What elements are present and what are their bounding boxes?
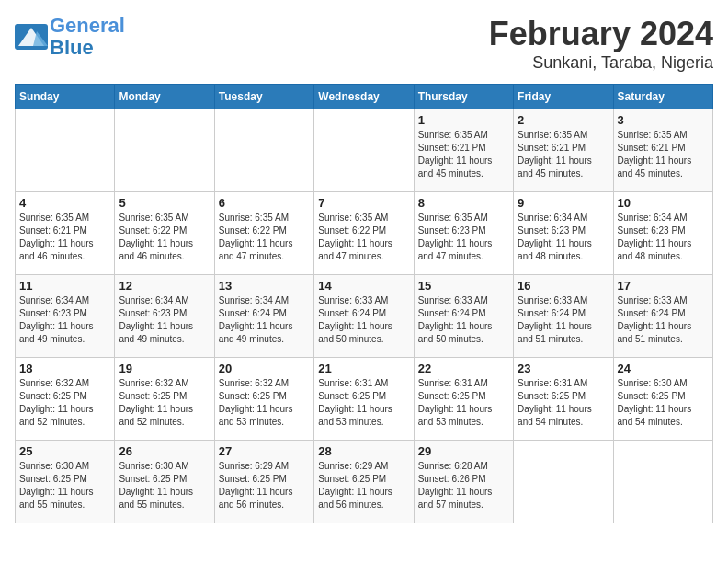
title-block: February 2024 Sunkani, Taraba, Nigeria bbox=[489, 15, 713, 73]
day-number: 15 bbox=[418, 279, 509, 293]
calendar-week-5: 25Sunrise: 6:30 AM Sunset: 6:25 PM Dayli… bbox=[16, 441, 713, 523]
day-info: Sunrise: 6:29 AM Sunset: 6:25 PM Dayligh… bbox=[318, 460, 409, 511]
day-info: Sunrise: 6:35 AM Sunset: 6:21 PM Dayligh… bbox=[518, 129, 609, 180]
calendar-cell: 14Sunrise: 6:33 AM Sunset: 6:24 PM Dayli… bbox=[314, 275, 414, 358]
day-header-thursday: Thursday bbox=[414, 85, 513, 109]
day-number: 16 bbox=[518, 279, 609, 293]
calendar-cell: 17Sunrise: 6:33 AM Sunset: 6:24 PM Dayli… bbox=[613, 275, 712, 358]
day-info: Sunrise: 6:34 AM Sunset: 6:23 PM Dayligh… bbox=[119, 294, 210, 346]
day-number: 23 bbox=[518, 362, 609, 375]
day-info: Sunrise: 6:28 AM Sunset: 6:26 PM Dayligh… bbox=[418, 460, 509, 511]
day-info: Sunrise: 6:35 AM Sunset: 6:21 PM Dayligh… bbox=[618, 129, 709, 180]
day-number: 14 bbox=[318, 279, 409, 293]
calendar-cell: 29Sunrise: 6:28 AM Sunset: 6:26 PM Dayli… bbox=[414, 441, 513, 523]
calendar-table: SundayMondayTuesdayWednesdayThursdayFrid… bbox=[15, 84, 713, 523]
day-header-tuesday: Tuesday bbox=[214, 85, 313, 109]
day-info: Sunrise: 6:31 AM Sunset: 6:25 PM Dayligh… bbox=[318, 377, 409, 429]
day-number: 6 bbox=[219, 196, 310, 210]
day-number: 27 bbox=[219, 444, 310, 458]
calendar-week-1: 1Sunrise: 6:35 AM Sunset: 6:21 PM Daylig… bbox=[16, 109, 713, 192]
day-header-sunday: Sunday bbox=[16, 85, 115, 109]
calendar-cell: 22Sunrise: 6:31 AM Sunset: 6:25 PM Dayli… bbox=[414, 358, 513, 441]
day-header-monday: Monday bbox=[115, 85, 214, 109]
calendar-cell: 10Sunrise: 6:34 AM Sunset: 6:23 PM Dayli… bbox=[613, 192, 712, 275]
day-info: Sunrise: 6:30 AM Sunset: 6:25 PM Dayligh… bbox=[19, 460, 110, 511]
calendar-week-2: 4Sunrise: 6:35 AM Sunset: 6:21 PM Daylig… bbox=[16, 192, 713, 275]
calendar-cell: 28Sunrise: 6:29 AM Sunset: 6:25 PM Dayli… bbox=[314, 441, 414, 523]
day-info: Sunrise: 6:35 AM Sunset: 6:22 PM Dayligh… bbox=[119, 212, 210, 263]
day-number: 4 bbox=[19, 196, 110, 210]
calendar-cell: 9Sunrise: 6:34 AM Sunset: 6:23 PM Daylig… bbox=[514, 192, 613, 275]
calendar-cell bbox=[115, 109, 214, 192]
calendar-cell: 2Sunrise: 6:35 AM Sunset: 6:21 PM Daylig… bbox=[514, 109, 613, 192]
day-number: 13 bbox=[219, 279, 310, 293]
calendar-cell: 16Sunrise: 6:33 AM Sunset: 6:24 PM Dayli… bbox=[514, 275, 613, 358]
day-number: 11 bbox=[19, 279, 110, 293]
day-info: Sunrise: 6:29 AM Sunset: 6:25 PM Dayligh… bbox=[219, 460, 310, 511]
day-number: 2 bbox=[518, 113, 609, 127]
day-header-saturday: Saturday bbox=[613, 85, 712, 109]
day-number: 19 bbox=[119, 362, 210, 375]
logo-line2: Blue bbox=[50, 36, 94, 59]
logo: General Blue bbox=[15, 15, 125, 59]
calendar-cell: 25Sunrise: 6:30 AM Sunset: 6:25 PM Dayli… bbox=[16, 441, 115, 523]
calendar-cell: 13Sunrise: 6:34 AM Sunset: 6:24 PM Dayli… bbox=[214, 275, 313, 358]
day-info: Sunrise: 6:34 AM Sunset: 6:24 PM Dayligh… bbox=[219, 294, 310, 346]
calendar-cell: 7Sunrise: 6:35 AM Sunset: 6:22 PM Daylig… bbox=[314, 192, 414, 275]
calendar-cell: 21Sunrise: 6:31 AM Sunset: 6:25 PM Dayli… bbox=[314, 358, 414, 441]
calendar-cell bbox=[16, 109, 115, 192]
day-number: 28 bbox=[318, 444, 409, 458]
calendar-cell bbox=[613, 441, 712, 523]
day-number: 29 bbox=[418, 444, 509, 458]
calendar-cell: 12Sunrise: 6:34 AM Sunset: 6:23 PM Dayli… bbox=[115, 275, 214, 358]
day-number: 21 bbox=[318, 362, 409, 375]
day-info: Sunrise: 6:34 AM Sunset: 6:23 PM Dayligh… bbox=[518, 212, 609, 263]
day-info: Sunrise: 6:33 AM Sunset: 6:24 PM Dayligh… bbox=[618, 294, 709, 346]
day-number: 20 bbox=[219, 362, 310, 375]
day-info: Sunrise: 6:35 AM Sunset: 6:21 PM Dayligh… bbox=[19, 212, 110, 263]
day-number: 22 bbox=[418, 362, 509, 375]
day-info: Sunrise: 6:33 AM Sunset: 6:24 PM Dayligh… bbox=[518, 294, 609, 346]
calendar-header-row: SundayMondayTuesdayWednesdayThursdayFrid… bbox=[16, 85, 713, 109]
calendar-cell: 8Sunrise: 6:35 AM Sunset: 6:23 PM Daylig… bbox=[414, 192, 513, 275]
day-number: 7 bbox=[318, 196, 409, 210]
day-info: Sunrise: 6:31 AM Sunset: 6:25 PM Dayligh… bbox=[518, 377, 609, 429]
calendar-cell: 20Sunrise: 6:32 AM Sunset: 6:25 PM Dayli… bbox=[214, 358, 313, 441]
calendar-cell: 19Sunrise: 6:32 AM Sunset: 6:25 PM Dayli… bbox=[115, 358, 214, 441]
day-number: 5 bbox=[119, 196, 210, 210]
calendar-week-3: 11Sunrise: 6:34 AM Sunset: 6:23 PM Dayli… bbox=[16, 275, 713, 358]
calendar-cell: 27Sunrise: 6:29 AM Sunset: 6:25 PM Dayli… bbox=[214, 441, 313, 523]
day-info: Sunrise: 6:30 AM Sunset: 6:25 PM Dayligh… bbox=[119, 460, 210, 511]
page-subtitle: Sunkani, Taraba, Nigeria bbox=[489, 53, 713, 73]
calendar-cell: 15Sunrise: 6:33 AM Sunset: 6:24 PM Dayli… bbox=[414, 275, 513, 358]
day-info: Sunrise: 6:33 AM Sunset: 6:24 PM Dayligh… bbox=[418, 294, 509, 346]
calendar-cell: 24Sunrise: 6:30 AM Sunset: 6:25 PM Dayli… bbox=[613, 358, 712, 441]
day-info: Sunrise: 6:35 AM Sunset: 6:22 PM Dayligh… bbox=[219, 212, 310, 263]
day-number: 10 bbox=[618, 196, 709, 210]
day-info: Sunrise: 6:34 AM Sunset: 6:23 PM Dayligh… bbox=[19, 294, 110, 346]
calendar-cell bbox=[214, 109, 313, 192]
day-info: Sunrise: 6:31 AM Sunset: 6:25 PM Dayligh… bbox=[418, 377, 509, 429]
calendar-cell bbox=[514, 441, 613, 523]
day-number: 8 bbox=[418, 196, 509, 210]
day-number: 24 bbox=[618, 362, 709, 375]
day-info: Sunrise: 6:35 AM Sunset: 6:23 PM Dayligh… bbox=[418, 212, 509, 263]
day-number: 9 bbox=[518, 196, 609, 210]
day-info: Sunrise: 6:35 AM Sunset: 6:21 PM Dayligh… bbox=[418, 129, 509, 180]
day-info: Sunrise: 6:34 AM Sunset: 6:23 PM Dayligh… bbox=[618, 212, 709, 263]
calendar-week-4: 18Sunrise: 6:32 AM Sunset: 6:25 PM Dayli… bbox=[16, 358, 713, 441]
day-info: Sunrise: 6:32 AM Sunset: 6:25 PM Dayligh… bbox=[19, 377, 110, 429]
calendar-body: 1Sunrise: 6:35 AM Sunset: 6:21 PM Daylig… bbox=[16, 109, 713, 523]
day-info: Sunrise: 6:35 AM Sunset: 6:22 PM Dayligh… bbox=[318, 212, 409, 263]
logo-text: General Blue bbox=[50, 15, 125, 59]
day-number: 26 bbox=[119, 444, 210, 458]
day-info: Sunrise: 6:30 AM Sunset: 6:25 PM Dayligh… bbox=[618, 377, 709, 429]
page-title: February 2024 bbox=[489, 15, 713, 53]
day-number: 25 bbox=[19, 444, 110, 458]
day-number: 18 bbox=[19, 362, 110, 375]
calendar-cell: 1Sunrise: 6:35 AM Sunset: 6:21 PM Daylig… bbox=[414, 109, 513, 192]
day-info: Sunrise: 6:33 AM Sunset: 6:24 PM Dayligh… bbox=[318, 294, 409, 346]
day-info: Sunrise: 6:32 AM Sunset: 6:25 PM Dayligh… bbox=[119, 377, 210, 429]
calendar-cell: 6Sunrise: 6:35 AM Sunset: 6:22 PM Daylig… bbox=[214, 192, 313, 275]
logo-icon bbox=[15, 24, 48, 50]
